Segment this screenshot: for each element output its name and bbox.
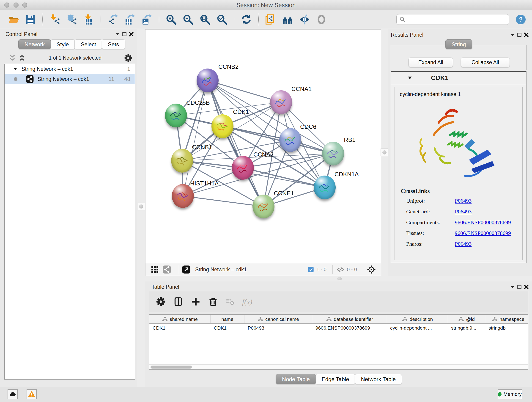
right-splitter[interactable]: [381, 29, 388, 276]
column-header-shared-name[interactable]: shared name: [149, 315, 210, 323]
collection-caret-icon[interactable]: [12, 66, 18, 72]
results-panel-close-icon[interactable]: [523, 32, 530, 38]
tab-sets[interactable]: Sets: [102, 39, 125, 49]
results-panel-float-icon[interactable]: [516, 32, 523, 38]
table-settings-gear-icon[interactable]: [156, 297, 166, 306]
network-collection-row[interactable]: String Network – cdk1 1: [5, 64, 135, 74]
horizontal-splitter-handle[interactable]: [337, 277, 342, 280]
network-row-selected[interactable]: String Network – cdk1 11 48: [5, 74, 135, 84]
cloud-status-button[interactable]: [7, 389, 18, 399]
import-network-from-database-icon[interactable]: [66, 14, 77, 25]
import-table-from-file-icon[interactable]: [83, 14, 94, 25]
column-header-description[interactable]: description: [387, 315, 448, 323]
export-network-icon[interactable]: [108, 14, 119, 25]
add-column-icon[interactable]: [191, 297, 201, 306]
show-columns-icon[interactable]: [173, 297, 183, 306]
horizontal-splitter[interactable]: [145, 276, 532, 281]
export-table-icon[interactable]: [124, 14, 135, 25]
table-row[interactable]: CDK1CDK1P064939606.ENSP00000378699cyclin…: [149, 324, 528, 332]
crosslink-link[interactable]: 9606.ENSP00000378699: [455, 219, 511, 225]
network-share-icon[interactable]: [162, 265, 171, 274]
table-panel-float-icon[interactable]: [516, 283, 523, 290]
crosslink-link[interactable]: P06493: [455, 209, 472, 215]
network-edge-count: 48: [114, 76, 130, 82]
network-edges[interactable]: [146, 30, 381, 263]
search-box[interactable]: [396, 14, 509, 25]
hidden-eye-icon[interactable]: [336, 266, 345, 273]
detach-view-icon[interactable]: [182, 265, 191, 274]
network-node-CDKN1A[interactable]: [314, 176, 336, 199]
apply-preferred-layout-icon[interactable]: [241, 14, 252, 25]
open-file-icon[interactable]: [8, 14, 19, 25]
left-splitter[interactable]: [137, 29, 145, 387]
tab-style[interactable]: Style: [51, 39, 75, 49]
column-header-namespace[interactable]: namespace: [485, 315, 528, 323]
left-splitter-handle[interactable]: [137, 203, 145, 211]
window-close-button[interactable]: [4, 2, 9, 7]
crosslink-link[interactable]: P06493: [455, 198, 472, 204]
import-network-from-file-icon[interactable]: [49, 14, 60, 25]
column-header-database-identifier[interactable]: database identifier: [312, 315, 387, 323]
expand-all-button[interactable]: Expand All: [409, 57, 453, 67]
crosslink-link[interactable]: 9606.ENSP00000378699: [455, 230, 511, 236]
tab-network-table[interactable]: Network Table: [355, 374, 402, 384]
network-node-CCNA1[interactable]: [270, 90, 292, 114]
crosslink-link[interactable]: P06493: [455, 241, 472, 247]
memory-button[interactable]: Memory: [498, 389, 522, 399]
tab-node-table[interactable]: Node Table: [276, 374, 316, 384]
first-neighbors-icon[interactable]: [282, 14, 293, 25]
right-splitter-handle[interactable]: [380, 148, 388, 156]
control-panel-float-icon[interactable]: [121, 31, 128, 38]
selected-nodes-checkbox[interactable]: [308, 266, 314, 273]
tab-select[interactable]: Select: [75, 39, 102, 49]
scrollbar-thumb[interactable]: [151, 366, 192, 369]
show-all-icon[interactable]: [316, 14, 327, 25]
network-node-CCNB1[interactable]: [171, 149, 193, 172]
network-node-CCNA2[interactable]: [232, 156, 254, 180]
zoom-in-icon[interactable]: [166, 14, 177, 25]
control-panel-close-icon[interactable]: [128, 31, 135, 38]
warning-status-button[interactable]: [27, 389, 37, 399]
tab-string[interactable]: String: [445, 39, 472, 49]
results-panel-title: Results Panel: [391, 32, 423, 38]
network-node-CCNE1[interactable]: [253, 195, 274, 218]
save-session-icon[interactable]: [25, 14, 36, 25]
search-input[interactable]: [406, 15, 507, 24]
network-options-gear-icon[interactable]: [124, 54, 133, 62]
network-node-RB1[interactable]: [322, 142, 344, 166]
results-panel-menu-icon[interactable]: [509, 32, 516, 38]
section-caret-icon[interactable]: [407, 75, 413, 81]
column-header--id[interactable]: @id: [448, 315, 485, 323]
network-node-CDC25B[interactable]: [165, 104, 187, 128]
tab-edge-table[interactable]: Edge Table: [316, 374, 355, 384]
control-panel-menu-icon[interactable]: [114, 31, 121, 38]
network-node-CDK1[interactable]: [211, 114, 234, 138]
node-section-header[interactable]: CDK1: [391, 72, 526, 84]
collapse-all-button[interactable]: Collapse All: [461, 57, 510, 67]
window-zoom-button[interactable]: [22, 2, 27, 7]
network-node-CDC6[interactable]: [279, 128, 301, 152]
help-button[interactable]: ?: [515, 14, 526, 25]
hide-selected-icon[interactable]: [299, 14, 310, 25]
table-horizontal-scrollbar[interactable]: [149, 364, 528, 370]
clone-network-icon[interactable]: [265, 14, 276, 25]
column-header-canonical-name[interactable]: canonical name: [244, 315, 312, 323]
table-panel-close-icon[interactable]: [523, 283, 530, 290]
zoom-fit-icon[interactable]: [200, 14, 210, 25]
zoom-out-icon[interactable]: [183, 14, 194, 25]
window-minimize-button[interactable]: [13, 2, 19, 7]
tab-network[interactable]: Network: [18, 39, 51, 49]
birdseye-crosshair-icon[interactable]: [367, 265, 376, 274]
grid-view-icon[interactable]: [151, 265, 159, 274]
collapse-all-networks-icon[interactable]: [8, 54, 17, 62]
network-canvas[interactable]: CCNB2 CCNA1 CDC25B CDK1 CDC6 RB1: [145, 29, 381, 263]
zoom-selected-icon[interactable]: [216, 14, 228, 25]
column-header-name[interactable]: name: [210, 315, 244, 323]
network-node-CCNB2[interactable]: [196, 69, 219, 92]
expand-all-networks-icon[interactable]: [18, 54, 26, 62]
network-node-HIST1H1A[interactable]: [172, 184, 194, 208]
network-node-label-CDKN1A: CDKN1A: [335, 171, 359, 178]
delete-column-icon[interactable]: [208, 297, 218, 306]
table-panel-menu-icon[interactable]: [509, 283, 516, 290]
export-image-icon[interactable]: [141, 14, 152, 25]
